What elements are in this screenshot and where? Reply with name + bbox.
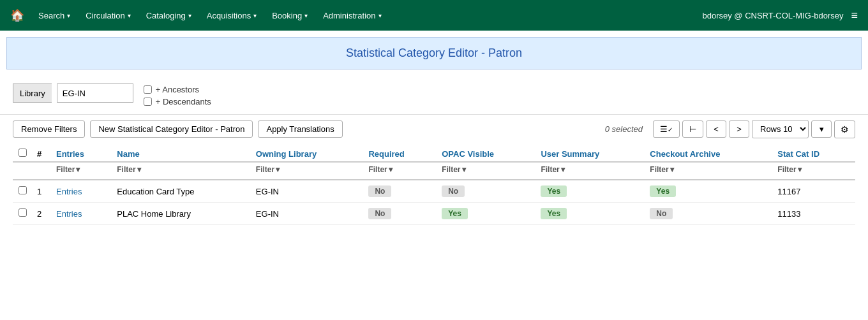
row-user-summary: Yes — [535, 180, 645, 203]
toggle-filters-button[interactable]: ☰✓ — [653, 120, 680, 138]
num-header: # — [32, 143, 51, 162]
booking-caret-icon: ▾ — [304, 12, 308, 19]
row-required: No — [363, 180, 437, 203]
selected-count: 0 selected — [605, 124, 643, 134]
ancestors-checkbox-label[interactable]: + Ancestors — [144, 85, 211, 94]
row-name: PLAC Home Library — [112, 203, 251, 225]
first-page-button[interactable]: ⊢ — [682, 120, 703, 138]
select-all-checkbox[interactable] — [19, 149, 27, 157]
page-title: Statistical Category Editor - Patron — [6, 37, 862, 69]
opac-visible-filter[interactable]: Filter ▾ — [437, 162, 535, 180]
descendants-checkbox[interactable] — [144, 98, 152, 106]
nav-booking[interactable]: Booking ▾ — [266, 7, 314, 24]
name-sort-link[interactable]: Name — [117, 149, 139, 159]
row-owning-library: EG-IN — [251, 180, 364, 203]
nav-circulation[interactable]: Circulation ▾ — [79, 7, 137, 24]
next-page-button[interactable]: > — [729, 120, 749, 138]
row-entries[interactable]: Entries — [51, 203, 112, 225]
library-button[interactable]: Library — [13, 84, 52, 103]
name-filter[interactable]: Filter ▾ — [112, 162, 251, 180]
row-stat-cat-id: 11133 — [772, 203, 855, 225]
opac-visible-header[interactable]: OPAC Visible — [437, 143, 535, 162]
row-checkbox-cell[interactable] — [13, 180, 32, 203]
entries-filter[interactable]: Filter ▾ — [51, 162, 112, 180]
prev-page-button[interactable]: < — [706, 120, 726, 138]
row-checkbox-cell[interactable] — [13, 203, 32, 225]
row-num: 2 — [32, 203, 51, 225]
nav-administration[interactable]: Administration ▾ — [317, 7, 387, 24]
required-sort-link[interactable]: Required — [368, 149, 404, 159]
owning-library-filter[interactable]: Filter ▾ — [251, 162, 364, 180]
circulation-caret-icon: ▾ — [128, 12, 131, 19]
apply-translations-button[interactable]: Apply Translations — [258, 120, 342, 138]
table-row: 2 Entries PLAC Home Library EG-IN No Yes… — [13, 203, 855, 225]
owning-library-header[interactable]: Owning Library — [251, 143, 364, 162]
checkout-archive-header[interactable]: Checkout Archive — [645, 143, 772, 162]
user-summary-filter[interactable]: Filter ▾ — [535, 162, 645, 180]
row-required: No — [363, 203, 437, 225]
select-all-header[interactable] — [13, 143, 32, 162]
checkout-archive-filter[interactable]: Filter ▾ — [645, 162, 772, 180]
name-header[interactable]: Name — [112, 143, 251, 162]
data-table-wrapper: # Entries Name Owning Library Required O… — [0, 143, 868, 238]
user-summary-header[interactable]: User Summary — [535, 143, 645, 162]
toolbar: Remove Filters New Statistical Category … — [0, 114, 868, 143]
hamburger-menu-icon[interactable]: ≡ — [846, 6, 863, 25]
nav-acquisitions[interactable]: Acquisitions ▾ — [200, 7, 263, 24]
nav-search[interactable]: Search ▾ — [32, 7, 77, 24]
stat-cat-id-sort-link[interactable]: Stat Cat ID — [777, 149, 819, 159]
new-stat-category-button[interactable]: New Statistical Category Editor - Patron — [90, 120, 253, 138]
table-header-row: # Entries Name Owning Library Required O… — [13, 143, 855, 162]
row-checkbox[interactable] — [19, 208, 27, 217]
row-entries[interactable]: Entries — [51, 180, 112, 203]
table-row: 1 Entries Education Card Type EG-IN No N… — [13, 180, 855, 203]
rows-per-page-select[interactable]: Rows 10 Rows 25 Rows 50 — [752, 120, 809, 138]
stat-category-table: # Entries Name Owning Library Required O… — [13, 143, 855, 225]
row-owning-library: EG-IN — [251, 203, 364, 225]
cataloging-caret-icon: ▾ — [188, 12, 191, 19]
owning-library-sort-link[interactable]: Owning Library — [256, 149, 317, 159]
row-opac-visible: Yes — [437, 203, 535, 225]
opac-visible-sort-link[interactable]: OPAC Visible — [442, 149, 494, 159]
row-stat-cat-id: 11167 — [772, 180, 855, 203]
descendants-checkbox-label[interactable]: + Descendants — [144, 97, 211, 106]
row-name: Education Card Type — [112, 180, 251, 203]
user-info: bdorsey @ CNSRT-COL-MIG-bdorsey — [702, 11, 843, 20]
home-icon[interactable]: 🏠 — [5, 6, 29, 25]
ancestor-descendant-checkboxes: + Ancestors + Descendants — [144, 85, 211, 106]
settings-button[interactable]: ⚙ — [834, 120, 855, 138]
search-caret-icon: ▾ — [67, 12, 70, 19]
required-filter[interactable]: Filter ▾ — [363, 162, 437, 180]
remove-filters-button[interactable]: Remove Filters — [13, 120, 85, 138]
row-checkbox[interactable] — [19, 186, 27, 194]
nav-cataloging[interactable]: Cataloging ▾ — [140, 7, 198, 24]
library-filter-section: Library + Ancestors + Descendants — [0, 76, 868, 114]
entries-header[interactable]: Entries — [51, 143, 112, 162]
required-header[interactable]: Required — [363, 143, 437, 162]
navigation-bar: 🏠 Search ▾ Circulation ▾ Cataloging ▾ Ac… — [0, 0, 868, 31]
entries-sort-link[interactable]: Entries — [56, 149, 84, 159]
row-checkout-archive: No — [645, 203, 772, 225]
row-user-summary: Yes — [535, 203, 645, 225]
user-summary-sort-link[interactable]: User Summary — [541, 149, 599, 159]
filter-row: Filter ▾ Filter ▾ Filter ▾ Filter ▾ Filt… — [13, 162, 855, 180]
stat-cat-id-header[interactable]: Stat Cat ID — [772, 143, 855, 162]
library-input[interactable] — [57, 84, 133, 103]
administration-caret-icon: ▾ — [378, 12, 382, 19]
ancestors-checkbox[interactable] — [144, 85, 152, 94]
checkout-archive-sort-link[interactable]: Checkout Archive — [650, 149, 720, 159]
rows-dropdown-button[interactable]: ▾ — [811, 120, 832, 138]
pagination-controls: ☰✓ ⊢ < > Rows 10 Rows 25 Rows 50 ▾ ⚙ — [653, 120, 855, 138]
acquisitions-caret-icon: ▾ — [253, 12, 257, 19]
row-opac-visible: No — [437, 180, 535, 203]
stat-cat-id-filter[interactable]: Filter ▾ — [772, 162, 855, 180]
row-num: 1 — [32, 180, 51, 203]
table-body: 1 Entries Education Card Type EG-IN No N… — [13, 180, 855, 225]
row-checkout-archive: Yes — [645, 180, 772, 203]
